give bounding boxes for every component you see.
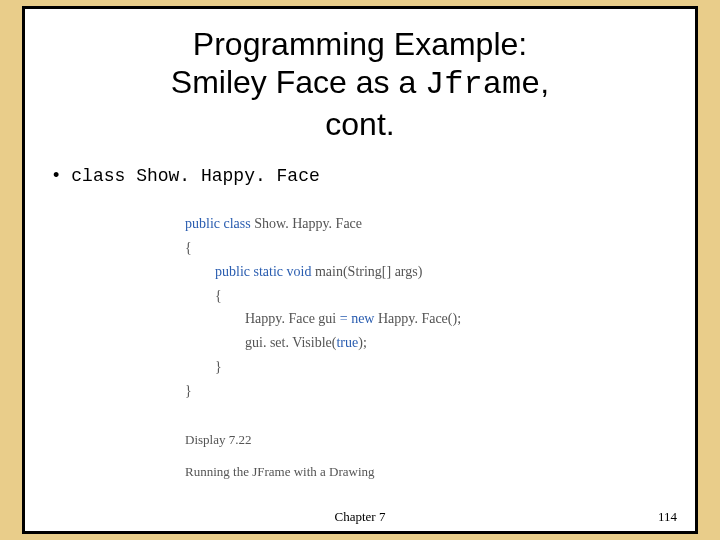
title-monospace-word: Jframe (425, 66, 540, 103)
code-kw-class: class (224, 216, 251, 231)
code-visible-post: ); (358, 335, 367, 350)
code-line-1: public class Show. Happy. Face (185, 212, 695, 236)
code-kw-true: true (336, 335, 358, 350)
code-kw-public: public (185, 216, 220, 231)
bullet-dot-icon: • (53, 165, 59, 186)
code-line-2: { (185, 236, 695, 260)
caption-display-number: Display 7.22 (185, 429, 695, 451)
code-main-sig: main(String[] args) (315, 264, 422, 279)
footer-chapter-label: Chapter 7 (335, 509, 386, 525)
code-kw-static: static (254, 264, 284, 279)
code-line-3: public static void main(String[] args) (185, 260, 695, 284)
code-kw-public-2: public (215, 264, 250, 279)
code-line-7: } (185, 355, 695, 379)
code-kw-eq-new: = new (340, 311, 375, 326)
title-line-3: cont. (25, 105, 695, 143)
caption-running-text: Running the JFrame with a Drawing (185, 461, 695, 483)
code-line-8: } (185, 379, 695, 403)
bullet-keyword: class (71, 166, 125, 186)
code-kw-void: void (287, 264, 312, 279)
bullet-text: class Show. Happy. Face (71, 166, 319, 186)
code-classname: Show. Happy. Face (254, 216, 362, 231)
code-line-5: Happy. Face gui = new Happy. Face(); (185, 307, 695, 331)
code-caption: Display 7.22 Running the JFrame with a D… (185, 429, 695, 483)
code-line-4: { (185, 284, 695, 308)
bullet-item: • class Show. Happy. Face (53, 165, 695, 186)
slide-title: Programming Example: Smiley Face as a Jf… (25, 9, 695, 143)
code-decl-pre: Happy. Face gui (245, 311, 340, 326)
code-line-6: gui. set. Visible(true); (185, 331, 695, 355)
title-line-1: Programming Example: (25, 25, 695, 63)
title-line-2: Smiley Face as a Jframe, (25, 63, 695, 104)
bullet-classname: Show. Happy. Face (136, 166, 320, 186)
code-decl-post: Happy. Face(); (374, 311, 461, 326)
title-line-2-post: , (540, 64, 549, 100)
slide-frame: Programming Example: Smiley Face as a Jf… (22, 6, 698, 534)
code-snippet: public class Show. Happy. Face { public … (185, 212, 695, 483)
footer-page-number: 114 (658, 509, 677, 525)
title-line-2-pre: Smiley Face as a (171, 64, 425, 100)
code-visible-pre: gui. set. Visible( (245, 335, 336, 350)
